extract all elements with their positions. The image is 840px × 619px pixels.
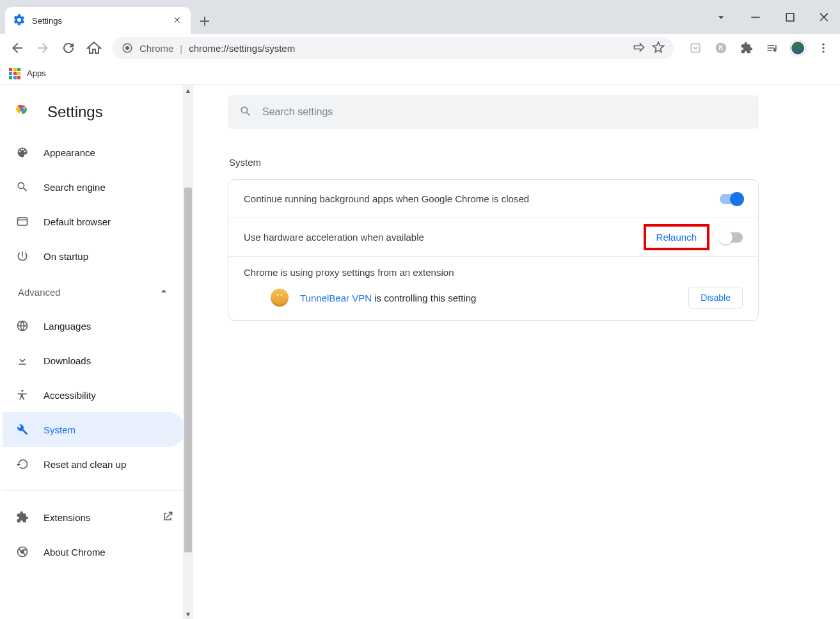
toggle-hardware-accel[interactable] — [720, 232, 743, 243]
apps-label: Apps — [27, 68, 46, 78]
sidebar-scrollbar[interactable]: ▲ ▼ — [183, 85, 193, 619]
sidebar-divider — [3, 490, 186, 491]
nav-reload-button[interactable] — [58, 37, 79, 59]
sidebar-item-reset[interactable]: Reset and clean up — [3, 447, 186, 481]
sidebar-label: About Chrome — [44, 547, 106, 558]
svg-rect-1 — [786, 13, 794, 21]
scroll-up-arrow-icon[interactable]: ▲ — [183, 85, 193, 95]
proxy-extension-info: TunnelBear VPN is controlling this setti… — [244, 278, 743, 309]
extensions-puzzle-icon[interactable] — [736, 38, 757, 58]
apps-shortcut[interactable]: Apps — [9, 68, 46, 79]
row-hardware-accel: Use hardware acceleration when available… — [228, 218, 758, 257]
browser-toolbar: Chrome | chrome://settings/system K — [0, 34, 840, 62]
svg-point-7 — [822, 44, 824, 45]
share-icon[interactable] — [633, 41, 646, 56]
sidebar-item-accessibility[interactable]: Accessibility — [3, 378, 186, 412]
proxy-extension-tail: is controlling this setting — [372, 293, 476, 303]
bookmark-star-icon[interactable] — [652, 41, 665, 56]
nav-forward-button[interactable] — [32, 37, 54, 59]
advanced-label: Advanced — [18, 287, 61, 298]
puzzle-icon — [15, 511, 29, 524]
window-controls — [712, 0, 840, 34]
scroll-thumb[interactable] — [184, 188, 192, 552]
row-background-apps: Continue running background apps when Go… — [228, 180, 758, 218]
sidebar-label: Reset and clean up — [44, 459, 126, 470]
omnibox-url: chrome://settings/system — [189, 43, 295, 54]
toggle-background-apps[interactable] — [720, 194, 743, 204]
open-external-icon — [161, 510, 174, 525]
window-close-button[interactable] — [816, 11, 834, 24]
extension-k-icon[interactable]: K — [711, 38, 731, 58]
svg-rect-4 — [691, 44, 699, 52]
system-settings-card: Continue running background apps when Go… — [228, 179, 759, 321]
relaunch-highlight-box: Relaunch — [644, 224, 709, 250]
relaunch-button[interactable]: Relaunch — [653, 228, 701, 246]
globe-icon — [15, 319, 29, 332]
browser-tab-settings[interactable]: Settings — [5, 7, 191, 34]
bookmarks-bar: Apps — [0, 62, 840, 85]
svg-rect-13 — [18, 218, 28, 225]
sidebar-item-default-browser[interactable]: Default browser — [3, 204, 186, 239]
tab-close-button[interactable] — [173, 15, 183, 26]
sidebar-item-about[interactable]: About Chrome — [3, 535, 186, 569]
sidebar-item-system[interactable]: System — [3, 412, 186, 447]
svg-point-16 — [21, 390, 23, 392]
row-label: Use hardware acceleration when available — [244, 232, 644, 243]
row-label: Chrome is using proxy settings from an e… — [244, 267, 743, 278]
palette-icon — [15, 146, 29, 159]
settings-search[interactable] — [228, 95, 759, 129]
disable-extension-button[interactable]: Disable — [688, 287, 743, 309]
window-maximize-button[interactable] — [781, 11, 799, 24]
profile-avatar[interactable] — [788, 38, 808, 58]
sidebar-item-on-startup[interactable]: On startup — [3, 239, 186, 273]
apps-grid-icon — [9, 68, 20, 79]
settings-brand: Settings — [0, 97, 192, 133]
proxy-extension-link[interactable]: TunnelBear VPN — [300, 293, 372, 303]
accessibility-icon — [15, 389, 29, 401]
tab-search-button[interactable] — [712, 11, 730, 24]
scroll-down-arrow-icon[interactable]: ▼ — [183, 609, 193, 619]
browser-tabstrip: Settings — [0, 0, 840, 34]
wrench-icon — [15, 423, 29, 436]
sidebar-label: Languages — [44, 321, 91, 332]
gear-icon — [13, 13, 26, 28]
window-minimize-button[interactable] — [747, 11, 765, 24]
sidebar-label: Search engine — [44, 182, 106, 193]
chrome-logo-icon — [15, 103, 33, 121]
svg-point-3 — [125, 46, 129, 50]
settings-search-input[interactable] — [262, 106, 747, 118]
address-bar[interactable]: Chrome | chrome://settings/system — [113, 37, 674, 59]
sidebar-item-appearance[interactable]: Appearance — [3, 135, 186, 170]
omnibox-label: Chrome — [139, 43, 173, 54]
settings-sidebar: Settings Appearance Search engine Defaul… — [0, 85, 192, 619]
settings-content: System Continue running background apps … — [192, 85, 840, 619]
power-icon — [15, 250, 29, 262]
omnibox-separator: | — [180, 43, 182, 54]
pocket-icon[interactable] — [685, 38, 706, 58]
sidebar-item-languages[interactable]: Languages — [3, 309, 186, 343]
sidebar-label: System — [44, 424, 75, 435]
settings-page: Settings Appearance Search engine Defaul… — [0, 85, 840, 619]
restore-icon — [15, 458, 29, 470]
sidebar-item-downloads[interactable]: Downloads — [3, 343, 186, 378]
sidebar-advanced-toggle[interactable]: Advanced — [3, 273, 186, 309]
download-icon — [15, 354, 29, 367]
browser-menu-button[interactable] — [813, 38, 834, 58]
media-control-icon[interactable] — [762, 38, 782, 58]
proxy-extension-text: TunnelBear VPN is controlling this setti… — [300, 293, 688, 303]
chrome-mono-icon — [15, 545, 29, 558]
chevron-up-icon — [157, 285, 170, 300]
svg-point-9 — [822, 51, 824, 52]
sidebar-item-extensions[interactable]: Extensions — [3, 500, 186, 535]
row-label: Continue running background apps when Go… — [244, 193, 720, 204]
nav-home-button[interactable] — [83, 37, 105, 59]
nav-back-button[interactable] — [6, 37, 28, 59]
sidebar-label: Appearance — [44, 147, 95, 158]
site-info-icon[interactable] — [122, 42, 133, 54]
sidebar-label: Downloads — [44, 355, 91, 366]
svg-text:K: K — [718, 44, 724, 51]
settings-title: Settings — [47, 103, 103, 121]
sidebar-label: On startup — [44, 251, 88, 262]
new-tab-button[interactable] — [194, 11, 215, 31]
sidebar-item-search-engine[interactable]: Search engine — [3, 170, 186, 204]
